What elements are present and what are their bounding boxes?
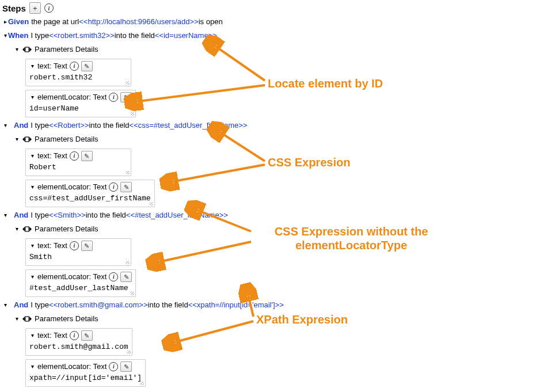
- caret-icon[interactable]: [14, 223, 20, 235]
- edit-icon[interactable]: [81, 151, 93, 161]
- caret-icon[interactable]: [14, 313, 20, 325]
- info-icon[interactable]: [109, 272, 118, 281]
- step-and-4[interactable]: And I click the element <<css=#test_addU…: [2, 388, 537, 392]
- add-step-button[interactable]: +: [29, 2, 41, 14]
- params-icon: [22, 46, 32, 53]
- step-when[interactable]: When I type <<robert.smith32>> into the …: [2, 29, 537, 43]
- params-header[interactable]: Parameters Details: [2, 43, 537, 56]
- edit-icon[interactable]: [120, 361, 132, 372]
- annotation-css: CSS Expresion: [268, 155, 350, 169]
- params-icon: [22, 226, 32, 233]
- edit-icon[interactable]: [120, 92, 132, 102]
- edit-icon[interactable]: [81, 241, 93, 251]
- svg-rect-2: [25, 227, 29, 231]
- info-icon[interactable]: [44, 3, 54, 13]
- svg-rect-3: [25, 317, 29, 321]
- step-and-1[interactable]: And I type <<Robert>> into the field <<c…: [2, 119, 537, 132]
- caret-icon[interactable]: [2, 16, 8, 28]
- caret-icon[interactable]: [29, 181, 35, 193]
- params-header[interactable]: Parameters Details: [2, 132, 537, 146]
- param-value: robert.smith32: [29, 72, 127, 83]
- caret-icon[interactable]: [2, 389, 8, 392]
- caret-icon[interactable]: [29, 92, 35, 103]
- svg-rect-1: [25, 137, 29, 142]
- edit-icon[interactable]: [120, 272, 132, 282]
- info-icon[interactable]: [70, 241, 79, 250]
- info-icon[interactable]: [70, 62, 79, 71]
- caret-icon[interactable]: [29, 271, 35, 283]
- svg-rect-0: [25, 47, 29, 52]
- caret-icon[interactable]: [2, 210, 8, 221]
- info-icon[interactable]: [109, 182, 118, 192]
- info-icon[interactable]: [70, 151, 79, 161]
- step-and-2[interactable]: And I type <<Smith>> into the field <<#t…: [2, 208, 537, 222]
- caret-icon[interactable]: [2, 299, 8, 311]
- keyword: Given: [8, 16, 29, 28]
- annotation-css-no-type: CSS Expression without the elementLocato…: [253, 224, 449, 252]
- caret-icon[interactable]: [29, 60, 35, 72]
- edit-icon[interactable]: [120, 182, 132, 192]
- locator-literal: <<id=userName>>: [155, 30, 217, 41]
- caret-icon[interactable]: [14, 134, 20, 145]
- caret-icon[interactable]: [29, 150, 35, 162]
- caret-icon[interactable]: [29, 240, 35, 252]
- caret-icon[interactable]: [29, 330, 35, 341]
- header: Steps +: [0, 0, 539, 15]
- params-icon: [22, 315, 32, 322]
- info-icon[interactable]: [109, 93, 118, 102]
- annotation-xpath: XPath Expresion: [256, 313, 348, 326]
- edit-icon[interactable]: [81, 330, 93, 341]
- caret-icon[interactable]: [14, 44, 20, 55]
- page-title: Steps: [2, 3, 26, 13]
- info-icon[interactable]: [70, 331, 79, 340]
- caret-icon[interactable]: [29, 361, 35, 372]
- url-literal: <<http://localhost:9966/users/add>>: [79, 16, 198, 28]
- caret-icon[interactable]: [2, 30, 8, 41]
- param-locator: elementLocator: Text id=userName: [2, 87, 537, 119]
- step-given[interactable]: Given the page at url <<http://localhost…: [2, 15, 537, 29]
- edit-icon[interactable]: [81, 61, 93, 71]
- params-icon: [22, 136, 32, 143]
- steps-tree: Given the page at url <<http://localhost…: [0, 15, 539, 392]
- annotation-id: Locate element by ID: [268, 77, 383, 90]
- step-and-3[interactable]: And I type <<robert.smith@gmail.com>> in…: [2, 298, 537, 312]
- caret-icon[interactable]: [2, 120, 8, 131]
- info-icon[interactable]: [109, 362, 118, 371]
